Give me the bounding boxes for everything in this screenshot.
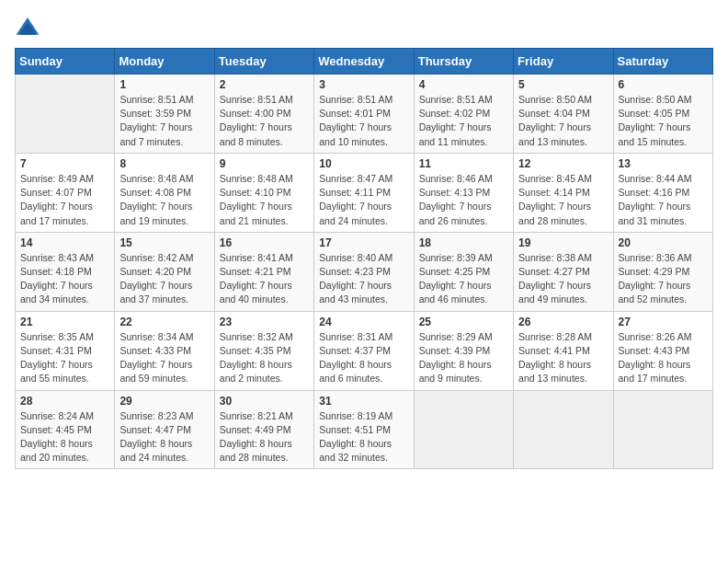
calendar-cell: 30Sunrise: 8:21 AMSunset: 4:49 PMDayligh… [214,390,313,469]
day-number: 1 [119,78,209,91]
header-tuesday: Tuesday [214,49,313,75]
calendar-cell: 28Sunrise: 8:24 AMSunset: 4:45 PMDayligh… [16,390,115,469]
day-number: 15 [119,236,209,249]
calendar-cell: 12Sunrise: 8:45 AMSunset: 4:14 PMDayligh… [514,153,613,232]
day-info: Sunrise: 8:50 AMSunset: 4:04 PMDaylight:… [518,93,608,149]
day-number: 12 [518,157,608,170]
days-header-row: SundayMondayTuesdayWednesdayThursdayFrid… [16,49,713,75]
day-info: Sunrise: 8:26 AMSunset: 4:43 PMDaylight:… [619,330,708,386]
calendar-cell: 19Sunrise: 8:38 AMSunset: 4:27 PMDayligh… [514,232,613,311]
day-info: Sunrise: 8:51 AMSunset: 3:59 PMDaylight:… [119,93,209,149]
page-header [15,15,713,40]
day-info: Sunrise: 8:50 AMSunset: 4:05 PMDaylight:… [619,93,708,149]
calendar-cell: 22Sunrise: 8:34 AMSunset: 4:33 PMDayligh… [115,311,214,390]
header-saturday: Saturday [613,49,712,75]
day-number: 3 [319,78,408,91]
day-number: 14 [20,236,109,249]
day-info: Sunrise: 8:40 AMSunset: 4:23 PMDaylight:… [319,251,408,307]
day-info: Sunrise: 8:44 AMSunset: 4:16 PMDaylight:… [619,172,708,228]
calendar-cell: 24Sunrise: 8:31 AMSunset: 4:37 PMDayligh… [314,311,414,390]
day-number: 28 [20,395,109,408]
calendar-cell: 8Sunrise: 8:48 AMSunset: 4:08 PMDaylight… [115,153,214,232]
day-number: 23 [220,316,309,328]
day-number: 17 [319,236,408,249]
calendar-cell: 11Sunrise: 8:46 AMSunset: 4:13 PMDayligh… [414,153,513,232]
calendar-cell: 17Sunrise: 8:40 AMSunset: 4:23 PMDayligh… [314,232,414,311]
calendar-cell: 27Sunrise: 8:26 AMSunset: 4:43 PMDayligh… [613,311,712,390]
calendar-cell: 26Sunrise: 8:28 AMSunset: 4:41 PMDayligh… [514,311,613,390]
day-number: 7 [20,157,109,170]
day-number: 10 [319,157,408,170]
header-sunday: Sunday [16,49,115,75]
day-info: Sunrise: 8:31 AMSunset: 4:37 PMDaylight:… [319,330,408,386]
day-info: Sunrise: 8:48 AMSunset: 4:08 PMDaylight:… [119,172,209,228]
day-number: 13 [619,157,708,170]
day-info: Sunrise: 8:28 AMSunset: 4:41 PMDaylight:… [518,330,608,386]
day-number: 25 [419,316,508,328]
day-info: Sunrise: 8:47 AMSunset: 4:11 PMDaylight:… [319,172,408,228]
day-info: Sunrise: 8:34 AMSunset: 4:33 PMDaylight:… [119,330,209,386]
day-info: Sunrise: 8:19 AMSunset: 4:51 PMDaylight:… [319,409,408,465]
day-info: Sunrise: 8:29 AMSunset: 4:39 PMDaylight:… [419,330,508,386]
calendar-cell: 21Sunrise: 8:35 AMSunset: 4:31 PMDayligh… [16,311,115,390]
day-number: 6 [619,78,708,91]
day-number: 30 [220,395,309,408]
calendar-cell: 31Sunrise: 8:19 AMSunset: 4:51 PMDayligh… [314,390,414,469]
calendar-cell: 3Sunrise: 8:51 AMSunset: 4:01 PMDaylight… [314,75,414,154]
header-wednesday: Wednesday [314,49,414,75]
calendar-cell: 15Sunrise: 8:42 AMSunset: 4:20 PMDayligh… [115,232,214,311]
calendar-cell: 13Sunrise: 8:44 AMSunset: 4:16 PMDayligh… [613,153,712,232]
day-info: Sunrise: 8:36 AMSunset: 4:29 PMDaylight:… [619,251,708,307]
day-number: 9 [220,157,309,170]
calendar-cell [514,390,613,469]
week-row-2: 7Sunrise: 8:49 AMSunset: 4:07 PMDaylight… [16,153,713,232]
calendar-cell: 25Sunrise: 8:29 AMSunset: 4:39 PMDayligh… [414,311,513,390]
day-number: 29 [119,395,209,408]
day-info: Sunrise: 8:46 AMSunset: 4:13 PMDaylight:… [419,172,508,228]
day-info: Sunrise: 8:48 AMSunset: 4:10 PMDaylight:… [220,172,309,228]
day-number: 8 [119,157,209,170]
day-info: Sunrise: 8:35 AMSunset: 4:31 PMDaylight:… [20,330,109,386]
day-info: Sunrise: 8:42 AMSunset: 4:20 PMDaylight:… [119,251,209,307]
calendar-cell: 14Sunrise: 8:43 AMSunset: 4:18 PMDayligh… [16,232,115,311]
week-row-1: 1Sunrise: 8:51 AMSunset: 3:59 PMDaylight… [16,75,713,154]
day-number: 16 [220,236,309,249]
week-row-3: 14Sunrise: 8:43 AMSunset: 4:18 PMDayligh… [16,232,713,311]
calendar-cell: 20Sunrise: 8:36 AMSunset: 4:29 PMDayligh… [613,232,712,311]
day-info: Sunrise: 8:51 AMSunset: 4:01 PMDaylight:… [319,93,408,149]
day-number: 19 [518,236,608,249]
calendar-table: SundayMondayTuesdayWednesdayThursdayFrid… [15,48,713,469]
week-row-5: 28Sunrise: 8:24 AMSunset: 4:45 PMDayligh… [16,390,713,469]
day-info: Sunrise: 8:32 AMSunset: 4:35 PMDaylight:… [220,330,309,386]
calendar-cell: 1Sunrise: 8:51 AMSunset: 3:59 PMDaylight… [115,75,214,154]
logo-icon [15,15,40,40]
day-info: Sunrise: 8:24 AMSunset: 4:45 PMDaylight:… [20,409,109,465]
calendar-cell [16,75,115,154]
day-number: 22 [119,316,209,328]
calendar-cell: 5Sunrise: 8:50 AMSunset: 4:04 PMDaylight… [514,75,613,154]
calendar-cell: 2Sunrise: 8:51 AMSunset: 4:00 PMDaylight… [214,75,313,154]
calendar-cell: 10Sunrise: 8:47 AMSunset: 4:11 PMDayligh… [314,153,414,232]
calendar-cell: 4Sunrise: 8:51 AMSunset: 4:02 PMDaylight… [414,75,513,154]
day-info: Sunrise: 8:39 AMSunset: 4:25 PMDaylight:… [419,251,508,307]
day-info: Sunrise: 8:49 AMSunset: 4:07 PMDaylight:… [20,172,109,228]
calendar-cell: 9Sunrise: 8:48 AMSunset: 4:10 PMDaylight… [214,153,313,232]
calendar-cell: 18Sunrise: 8:39 AMSunset: 4:25 PMDayligh… [414,232,513,311]
day-number: 2 [220,78,309,91]
calendar-cell [414,390,513,469]
day-info: Sunrise: 8:41 AMSunset: 4:21 PMDaylight:… [220,251,309,307]
calendar-cell [613,390,712,469]
calendar-cell: 16Sunrise: 8:41 AMSunset: 4:21 PMDayligh… [214,232,313,311]
day-info: Sunrise: 8:38 AMSunset: 4:27 PMDaylight:… [518,251,608,307]
day-number: 20 [619,236,708,249]
header-thursday: Thursday [414,49,513,75]
day-number: 27 [619,316,708,328]
day-number: 4 [419,78,508,91]
day-info: Sunrise: 8:45 AMSunset: 4:14 PMDaylight:… [518,172,608,228]
day-number: 5 [518,78,608,91]
calendar-cell: 7Sunrise: 8:49 AMSunset: 4:07 PMDaylight… [16,153,115,232]
header-friday: Friday [514,49,613,75]
calendar-cell: 29Sunrise: 8:23 AMSunset: 4:47 PMDayligh… [115,390,214,469]
day-info: Sunrise: 8:51 AMSunset: 4:00 PMDaylight:… [220,93,309,149]
day-number: 31 [319,395,408,408]
